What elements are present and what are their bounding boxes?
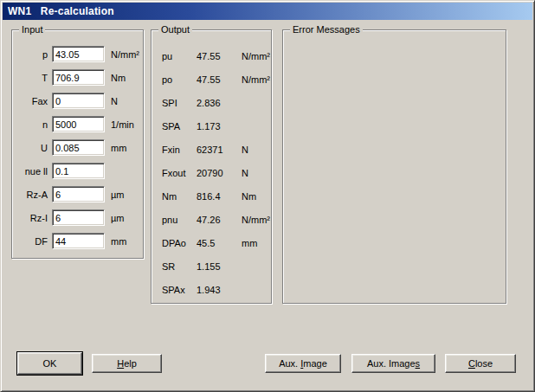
- output-value: 1.155: [197, 261, 242, 272]
- window-title: WN1 Re-calculation: [8, 5, 114, 17]
- input-row: Rz-A µm: [12, 183, 143, 206]
- error-messages-caption: Error Messages: [290, 24, 363, 35]
- output-row: po 47.55 N/mm²: [151, 67, 271, 91]
- output-row: Nm 816.4 Nm: [151, 184, 271, 208]
- input-unit: mm: [111, 143, 126, 153]
- input-field[interactable]: [52, 93, 105, 109]
- output-group-caption: Output: [158, 24, 192, 35]
- output-row: Fxin 62371 N: [151, 138, 271, 161]
- output-name: Fxin: [162, 145, 197, 155]
- input-unit: N: [111, 96, 118, 106]
- output-value: 816.4: [197, 191, 242, 202]
- input-row: Rz-I µm: [12, 206, 143, 229]
- input-unit: N/mm²: [111, 49, 139, 60]
- titlebar[interactable]: WN1 Re-calculation: [3, 3, 532, 20]
- output-value: 47.55: [197, 74, 242, 85]
- input-row: n 1/min: [12, 112, 143, 136]
- input-label: n: [12, 119, 50, 130]
- output-unit: N/mm²: [242, 74, 270, 85]
- aux-image-button-label: Aux.: [279, 358, 300, 369]
- output-unit: N: [242, 168, 248, 178]
- output-name: Nm: [162, 191, 197, 202]
- output-name: SPAx: [162, 285, 197, 295]
- close-button[interactable]: Close: [445, 354, 516, 373]
- output-unit: N/mm²: [242, 51, 270, 61]
- ok-button[interactable]: OK: [17, 352, 82, 375]
- ok-button-label: OK: [43, 358, 57, 369]
- input-row: U mm: [12, 136, 143, 159]
- input-label: Rz-I: [12, 213, 50, 223]
- output-row: pu 47.55 N/mm²: [151, 44, 271, 67]
- input-field[interactable]: [52, 69, 105, 86]
- input-unit: µm: [111, 213, 125, 223]
- aux-images-button-label: Aux. Image: [367, 358, 416, 369]
- output-value: 62371: [197, 145, 242, 155]
- output-row: SPI 2.836: [151, 91, 271, 114]
- output-value: 1.943: [197, 285, 242, 295]
- error-messages-group: Error Messages: [282, 29, 506, 304]
- output-unit: N/mm²: [242, 215, 270, 225]
- output-unit: Nm: [242, 191, 256, 202]
- output-value: 2.836: [197, 98, 242, 108]
- input-field[interactable]: [52, 46, 105, 62]
- input-row: nue ll: [12, 159, 143, 183]
- input-label: nue ll: [12, 166, 50, 177]
- output-name: SR: [162, 261, 197, 272]
- input-field[interactable]: [52, 233, 105, 249]
- output-name: SPA: [162, 121, 197, 132]
- input-field[interactable]: [52, 163, 105, 179]
- input-row: DF mm: [12, 229, 143, 253]
- input-label: Rz-A: [12, 190, 50, 200]
- input-row: p N/mm²: [12, 42, 143, 66]
- output-name: pnu: [162, 215, 197, 225]
- input-label: T: [12, 73, 50, 83]
- output-row: SPA 1.173: [151, 114, 271, 138]
- input-row: T Nm: [12, 66, 143, 89]
- output-value: 47.55: [197, 51, 242, 61]
- help-button[interactable]: Help: [92, 354, 162, 373]
- input-field[interactable]: [52, 186, 105, 202]
- dialog-window: WN1 Re-calculation Input p N/mm² T Nm Fa…: [0, 0, 535, 392]
- input-row: Fax N: [12, 89, 143, 112]
- output-value: 47.26: [197, 215, 242, 225]
- input-group-caption: Input: [19, 24, 45, 35]
- input-field[interactable]: [52, 209, 105, 226]
- output-unit: mm: [242, 238, 257, 248]
- input-unit: 1/min: [111, 119, 134, 130]
- input-label: DF: [12, 236, 50, 247]
- input-unit: mm: [111, 236, 126, 247]
- output-name: SPI: [162, 98, 197, 108]
- output-name: po: [162, 74, 197, 85]
- output-row: DPAo 45.5 mm: [151, 231, 271, 254]
- input-label: U: [12, 143, 50, 153]
- output-name: pu: [162, 51, 197, 61]
- output-name: DPAo: [162, 238, 197, 248]
- input-unit: µm: [111, 190, 125, 200]
- output-row: pnu 47.26 N/mm²: [151, 208, 271, 231]
- input-label: Fax: [12, 96, 50, 106]
- output-unit: N: [242, 145, 248, 155]
- output-row: SPAx 1.943: [151, 278, 271, 301]
- output-group: Output pu 47.55 N/mm² po 47.55 N/mm² SPI…: [151, 29, 272, 304]
- aux-image-button[interactable]: Aux. Image: [265, 354, 341, 373]
- input-field[interactable]: [52, 116, 105, 132]
- input-field[interactable]: [52, 139, 105, 156]
- output-value: 1.173: [197, 121, 242, 132]
- output-name: Fxout: [162, 168, 197, 178]
- input-unit: Nm: [111, 73, 126, 83]
- output-row: SR 1.155: [151, 254, 271, 278]
- output-value: 20790: [197, 168, 242, 178]
- output-value: 45.5: [197, 238, 242, 248]
- output-row: Fxout 20790 N: [151, 161, 271, 184]
- input-label: p: [12, 49, 50, 60]
- aux-images-button[interactable]: Aux. Images: [351, 354, 435, 373]
- input-group: Input p N/mm² T Nm Fax N n 1: [11, 29, 144, 259]
